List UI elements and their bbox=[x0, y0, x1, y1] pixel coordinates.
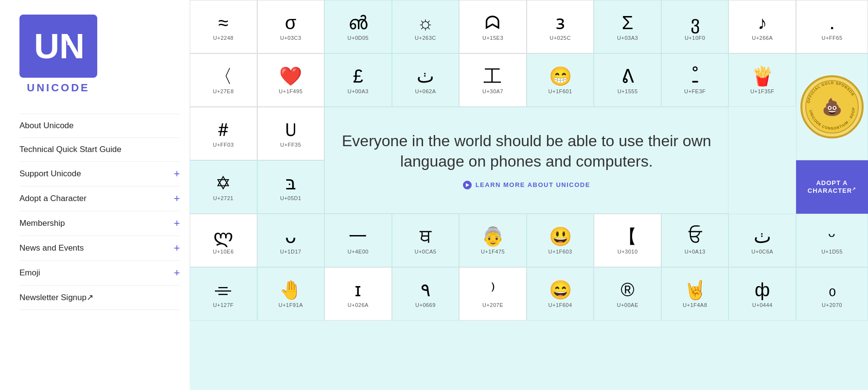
sidebar: UN i UNICODE About Unicode Technical Qui… bbox=[0, 0, 190, 390]
char-cell-207e[interactable]: ⁾ U+207E bbox=[459, 267, 527, 321]
char-cell-03c3[interactable]: σ U+03C3 bbox=[257, 0, 325, 53]
char-cell-0c6a[interactable]: ٺ U+0C6A bbox=[728, 214, 796, 267]
char-cell-1f603[interactable]: 😃 U+1F603 bbox=[527, 214, 594, 267]
char-cell-15e3[interactable]: ᗣ U+15E3 bbox=[459, 0, 527, 53]
sidebar-item-adopt-character[interactable]: Adopt a Character + bbox=[19, 187, 180, 211]
sidebar-item-emoji[interactable]: Emoji + bbox=[19, 261, 180, 286]
char-cell-1555[interactable]: ᕕ U+1555 bbox=[594, 53, 661, 107]
char-cell-0d05[interactable]: ൵ U+0D05 bbox=[324, 0, 392, 53]
news-events-plus-icon: + bbox=[174, 243, 180, 254]
char-cell-127f[interactable]: ⌯ U+127F bbox=[190, 267, 257, 321]
svg-text:OFFICIAL GOLD SPONSOR: OFFICIAL GOLD SPONSOR bbox=[806, 81, 855, 103]
learn-more-button[interactable]: LEARN MORE ABOUT UNICODE bbox=[463, 181, 590, 189]
hero-text: Everyone in the world should be able to … bbox=[335, 131, 718, 171]
char-cell-4e00[interactable]: 一 U+4E00 bbox=[324, 214, 392, 267]
sidebar-item-technical-guide[interactable]: Technical Quick Start Guide bbox=[19, 138, 180, 162]
char-cell-10e6[interactable]: ლ U+10E6 bbox=[190, 214, 257, 267]
svg-text:UNICODE CONSORTIUM · ADOPT A C: UNICODE CONSORTIUM · ADOPT A CHARACTER bbox=[802, 77, 856, 131]
char-cell-062a[interactable]: ٺ U+062A bbox=[392, 53, 460, 107]
character-grid: ≈ U+2248 σ U+03C3 ൵ U+0D05 ☼ U+263C ᗣ U+… bbox=[190, 0, 868, 390]
logo-label: UNICODE bbox=[19, 82, 97, 94]
sponsor-badge-cell: OFFICIAL GOLD SPONSOR UNICODE CONSORTIUM… bbox=[796, 53, 868, 160]
char-cell-ff65[interactable]: ． U+FF65 bbox=[796, 0, 868, 53]
char-cell-00ae[interactable]: ® U+00AE bbox=[594, 267, 661, 321]
char-cell-026a[interactable]: ɪ U+026A bbox=[324, 267, 392, 321]
char-cell-0a13[interactable]: ਓ U+0A13 bbox=[661, 214, 729, 267]
adopt-button-cell[interactable]: ADOPT A CHARACTER↗ bbox=[796, 160, 868, 214]
sidebar-item-about-unicode[interactable]: About Unicode bbox=[19, 114, 180, 138]
emoji-plus-icon: + bbox=[174, 268, 180, 278]
char-cell-05d1[interactable]: בּ U+05D1 bbox=[257, 160, 325, 214]
nav: About Unicode Technical Quick Start Guid… bbox=[19, 114, 180, 310]
char-cell-1f601[interactable]: 😁 U+1F601 bbox=[527, 53, 594, 107]
char-cell-263c[interactable]: ☼ U+263C bbox=[392, 0, 460, 53]
char-cell-1f604[interactable]: 😄 U+1F604 bbox=[527, 267, 594, 321]
svg-text:i: i bbox=[67, 34, 70, 48]
hero-cell: Everyone in the world should be able to … bbox=[324, 107, 728, 214]
adopt-button-label: ADOPT A CHARACTER↗ bbox=[796, 179, 868, 194]
sidebar-item-support-unicode[interactable]: Support Unicode + bbox=[19, 162, 180, 187]
char-cell-266a[interactable]: ♪ U+266A bbox=[728, 0, 796, 53]
logo-svg: UN i bbox=[32, 27, 85, 66]
char-cell-3010[interactable]: 【 U+3010 bbox=[594, 214, 661, 267]
play-icon bbox=[463, 181, 472, 189]
support-unicode-plus-icon: + bbox=[174, 169, 180, 179]
char-cell-1f475[interactable]: 👵 U+1F475 bbox=[459, 214, 527, 267]
logo-box: UN i bbox=[19, 15, 97, 78]
logo-container: UN i UNICODE bbox=[19, 15, 180, 94]
adopt-character-plus-icon: + bbox=[174, 193, 180, 204]
char-cell-2721[interactable]: ✡ U+2721 bbox=[190, 160, 257, 214]
char-cell-00a3[interactable]: £ U+00A3 bbox=[324, 53, 392, 107]
char-cell-0669[interactable]: ٩ U+0669 bbox=[392, 267, 460, 321]
char-cell-30a7[interactable]: 工 U+30A7 bbox=[459, 53, 527, 107]
char-cell-1d55[interactable]: ᵕ U+1D55 bbox=[796, 214, 868, 267]
sidebar-item-news-events[interactable]: News and Events + bbox=[19, 236, 180, 261]
membership-plus-icon: + bbox=[174, 218, 180, 229]
char-cell-0444[interactable]: ф U+0444 bbox=[728, 267, 796, 321]
char-cell-10f0[interactable]: ვ U+10F0 bbox=[661, 0, 729, 53]
char-cell-ff03[interactable]: ＃ U+FF03 bbox=[190, 107, 257, 160]
char-cell-0ca5[interactable]: ਥ U+0CA5 bbox=[392, 214, 460, 267]
char-cell-ff35[interactable]: Ｕ U+FF35 bbox=[257, 107, 325, 160]
sponsor-ring-svg: OFFICIAL GOLD SPONSOR UNICODE CONSORTIUM… bbox=[802, 77, 862, 136]
char-cell-1f35f[interactable]: 🍟 U+1F35F bbox=[728, 53, 796, 107]
char-cell-fe3f[interactable]: ﹿ U+FE3F bbox=[661, 53, 729, 107]
char-cell-03a3[interactable]: Σ U+03A3 bbox=[594, 0, 661, 53]
sidebar-item-membership[interactable]: Membership + bbox=[19, 211, 180, 236]
svg-text:UN: UN bbox=[34, 27, 85, 66]
char-cell-27e8[interactable]: 〈 U+27E8 bbox=[190, 53, 257, 107]
char-cell-2070[interactable]: ₀ U+2070 bbox=[796, 267, 868, 321]
sponsor-badge: OFFICIAL GOLD SPONSOR UNICODE CONSORTIUM… bbox=[800, 75, 864, 138]
char-cell-2248[interactable]: ≈ U+2248 bbox=[190, 0, 257, 53]
char-cell-1f91a[interactable]: 🤚 U+1F91A bbox=[257, 267, 325, 321]
char-cell-1f4a8[interactable]: 🤘 U+1F4A8 bbox=[661, 267, 729, 321]
char-cell-1d17[interactable]: ᴗ U+1D17 bbox=[257, 214, 325, 267]
char-cell-1f495[interactable]: ❤️ U+1F495 bbox=[257, 53, 325, 107]
sidebar-item-newsletter[interactable]: Newsletter Signup↗ bbox=[19, 286, 180, 310]
char-cell-025c[interactable]: ɜ U+025C bbox=[527, 0, 594, 53]
